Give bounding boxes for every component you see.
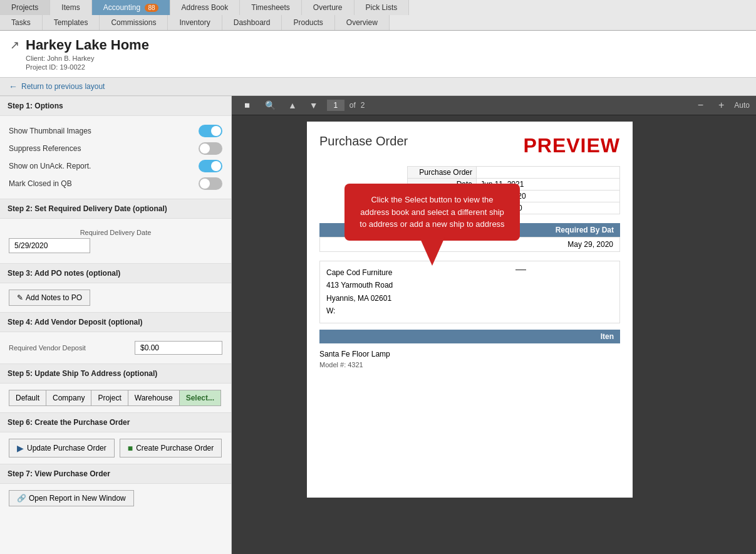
step5-content: Default Company Project Warehouse Select… [0,384,231,412]
step3-content: ✎ Add Notes to PO [0,283,231,312]
pdf-zoom-out-button[interactable]: − [693,98,708,112]
nav-accounting[interactable]: Accounting 88 [92,0,170,15]
update-po-button[interactable]: ▶ Update Purchase Order [9,439,115,457]
update-po-label: Update Purchase Order [27,444,106,452]
nav-tasks[interactable]: Tasks [0,15,43,30]
ship-project-button[interactable]: Project [91,390,128,406]
address-line-4: W: [326,305,613,317]
po-header-row: Purchase Order PREVIEW [319,134,620,157]
nav-products[interactable]: Products [282,15,334,30]
cursor-indicator: ⸻ [515,261,526,278]
nav-overview[interactable]: Overview [335,15,390,30]
item-header-bar: Iten [319,330,620,343]
ship-select-button[interactable]: Select... [179,390,221,406]
pdf-zoom-in-button[interactable]: + [713,98,729,112]
pdf-down-button[interactable]: ▼ [306,99,322,112]
po-number-label: Purchase Order [408,167,477,179]
client-label: Client: John B. Harkey [26,55,149,62]
step1-header: Step 1: Options [0,96,231,116]
update-po-icon: ▶ [17,443,24,453]
vendor-deposit-input[interactable] [135,341,222,355]
nav-commissions[interactable]: Commissions [100,15,168,30]
po-document: Purchase Order PREVIEW Purchase Order Da… [307,122,633,498]
pdf-toolbar: ◽ 🔍 ▲ ▼ of 2 − + Auto [232,96,756,115]
po-preview-label: PREVIEW [523,134,620,157]
add-notes-label: Add Notes to PO [26,293,82,302]
accounting-badge: 88 [145,4,158,12]
address-line-1: Cape Cod Furniture [326,266,613,279]
date-field-label: Required Delivery Date [9,229,222,236]
toggle-label-closed-qb: Mark Closed in QB [9,179,72,188]
create-po-label: Create Purchase Order [136,444,214,452]
toggle-row-suppress: Suppress References [9,140,222,157]
create-po-buttons: ▶ Update Purchase Order ■ Create Purchas… [9,439,222,457]
nav-overture[interactable]: Overture [302,0,355,15]
pdf-auto-label: Auto [734,101,750,110]
date-row: Required Delivery Date [9,225,222,257]
step1-content: Show Thumbnail Images Suppress Reference… [0,116,231,199]
nav-timesheets[interactable]: Timesheets [240,0,302,15]
toggle-closed-qb[interactable] [199,177,222,190]
header-info: Harkey Lake Home Client: John B. Harkey … [26,37,149,71]
ship-warehouse-button[interactable]: Warehouse [128,390,180,406]
toggle-row-unack: Show on UnAck. Report. [9,157,222,175]
step7-content: 🔗 Open Report in New Window [0,484,231,513]
notes-icon: ✎ [17,293,23,302]
toggle-suppress[interactable] [199,142,222,155]
tooltip-bubble: Click the Select button to view the addr… [344,184,520,241]
nav-templates[interactable]: Templates [43,15,100,30]
required-delivery-date-input[interactable] [9,238,90,253]
toggle-unack[interactable] [199,160,222,172]
pdf-up-button[interactable]: ▲ [284,99,301,112]
pdf-page-of: of [350,101,356,110]
pdf-page-total: 2 [361,101,365,110]
main-layout: Step 1: Options Show Thumbnail Images Su… [0,96,756,554]
external-link-icon[interactable]: ↗ [10,38,19,52]
step6-header: Step 6: Create the Purchase Order [0,412,231,432]
nav-items[interactable]: Items [50,0,91,15]
item-model: Model #: 4321 [319,361,620,368]
step4-header: Step 4: Add Vendor Deposit (optional) [0,312,231,332]
pdf-layout-button[interactable]: ◽ [238,99,256,112]
page-title: Harkey Lake Home [26,37,149,53]
tooltip-tail [420,238,445,266]
address-block: Cape Cod Furniture 413 Yarmouth Road Hya… [319,261,620,323]
nav-pick-lists[interactable]: Pick Lists [355,0,410,15]
nav-address-book[interactable]: Address Book [170,0,241,15]
open-report-label: Open Report in New Window [29,494,126,503]
ship-address-buttons: Default Company Project Warehouse Select… [9,390,222,406]
add-notes-button[interactable]: ✎ Add Notes to PO [9,290,90,306]
nav-projects[interactable]: Projects [0,0,50,15]
pdf-page-input[interactable] [327,100,344,111]
toggle-thumbnail[interactable] [199,125,222,137]
toggle-label-unack: Show on UnAck. Report. [9,162,91,170]
nav-row-top: Projects Items Accounting 88 Address Boo… [0,0,756,15]
po-title: Purchase Order [319,134,408,149]
vendor-deposit-row: Required Vendor Deposit [9,338,222,357]
step2-header: Step 2: Set Required Delivery Date (opti… [0,199,231,219]
breadcrumb[interactable]: ← Return to previous layout [0,78,756,96]
table-row: Purchase Order [408,167,620,179]
ship-company-button[interactable]: Company [46,390,91,406]
open-report-button[interactable]: 🔗 Open Report in New Window [9,490,134,506]
address-line-3: Hyannis, MA 02601 [326,292,613,305]
pdf-search-button[interactable]: 🔍 [261,99,279,112]
item-name: Santa Fe Floor Lamp [319,347,620,361]
toggle-row-closed-qb: Mark Closed in QB [9,175,222,192]
address-line-2: 413 Yarmouth Road [326,279,613,291]
top-navigation: Projects Items Accounting 88 Address Boo… [0,0,756,31]
tooltip-overlay: Click the Select button to view the addr… [344,184,520,241]
item-row: Santa Fe Floor Lamp Model #: 4321 [319,343,620,372]
step4-content: Required Vendor Deposit [0,332,231,363]
step2-content: Required Delivery Date [0,219,231,263]
nav-dashboard[interactable]: Dashboard [222,15,282,30]
po-number-value [477,167,620,179]
toggle-row-thumbnail: Show Thumbnail Images [9,122,222,140]
create-po-button[interactable]: ■ Create Purchase Order [120,439,222,457]
create-po-icon: ■ [128,443,133,453]
step7-header: Step 7: View Purchase Order [0,464,231,484]
back-arrow-icon: ← [9,81,18,91]
ship-default-button[interactable]: Default [9,390,46,406]
nav-inventory[interactable]: Inventory [168,15,222,30]
right-panel: ◽ 🔍 ▲ ▼ of 2 − + Auto Purchase Order PRE… [232,96,756,554]
